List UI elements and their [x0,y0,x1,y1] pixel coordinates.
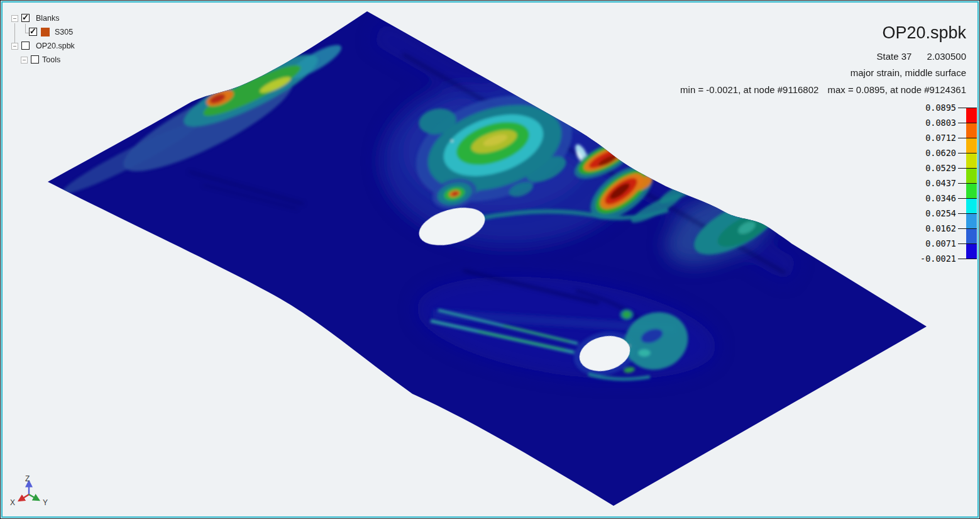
legend-segment [966,198,977,213]
legend-tick [958,123,977,124]
legend-segment [966,228,977,243]
tree-connector-line [25,24,26,33]
max-value-text: max = 0.0895, at node #9124361 [827,84,966,95]
tree-checkbox-op20[interactable] [21,42,30,50]
legend-segment [966,138,977,153]
tree-item-tools[interactable]: Tools [42,55,60,65]
min-max-info: min = -0.0021, at node #9116802max = 0.0… [680,85,966,95]
legend-tick-label: 0.0620 [925,147,956,159]
legend-tick [958,183,977,184]
legend-tick-label: 0.0071 [925,238,956,249]
legend-tick [958,153,977,154]
legend-tick-label: 0.0712 [925,132,956,143]
legend-tick-label: -0.0021 [920,253,956,264]
part-color-swatch [41,28,50,36]
tree-connector-line [14,23,15,43]
legend-tick-label: 0.0254 [925,208,956,219]
result-component-label: major strain, middle surface [680,68,966,78]
legend-segment [966,213,977,228]
tree-expander-op20[interactable] [11,43,18,50]
legend-segment [966,243,977,259]
tree-expander-blanks[interactable] [11,15,18,22]
legend-tick [958,138,977,139]
legend-tick [958,259,977,260]
axis-x-label: X [10,498,15,507]
legend-segment [966,153,977,168]
axis-y-label: Y [43,498,48,507]
tree-checkbox-blanks[interactable] [21,14,30,22]
result-header: OP20.spbk State 372.030500 major strain,… [680,23,966,95]
tree-expander-tools[interactable] [21,57,28,64]
legend-tick [958,198,977,199]
legend-segment [966,108,977,123]
min-value-text: min = -0.0021, at node #9116802 [680,84,818,95]
legend-tick [958,213,977,215]
application-window: Blanks S305 OP20.spbk Tools OP20.spbk St… [0,0,980,519]
legend-tick-label: 0.0162 [925,223,956,234]
legend-tick-label: 0.0895 [925,102,956,113]
legend-tick-label: 0.0529 [925,162,956,174]
state-time: 2.030500 [927,51,966,62]
legend-segment [966,168,977,183]
model-tree: Blanks S305 OP20.spbk Tools [1,1,164,76]
state-label: State 37 [877,51,912,62]
tree-item-s305[interactable]: S305 [55,28,73,37]
state-info: State 372.030500 [680,52,966,62]
legend-tick [958,228,977,230]
axis-z-label: Z [25,474,30,483]
tree-checkbox-tools[interactable] [31,55,39,64]
legend-tick [958,243,977,245]
page-title: OP20.spbk [680,23,966,42]
tree-checkbox-s305[interactable] [29,28,37,36]
legend-segment [966,183,977,198]
legend-tick-label: 0.0346 [925,193,956,204]
tree-item-blanks[interactable]: Blanks [36,14,60,23]
tree-item-op20[interactable]: OP20.spbk [36,42,75,51]
legend-tick [958,108,977,109]
legend-tick-label: 0.0803 [925,117,956,128]
axis-triad: Z X Y [7,465,57,515]
legend-tick [958,168,977,169]
legend-tick-label: 0.0437 [925,177,956,189]
legend-segment [966,123,977,138]
